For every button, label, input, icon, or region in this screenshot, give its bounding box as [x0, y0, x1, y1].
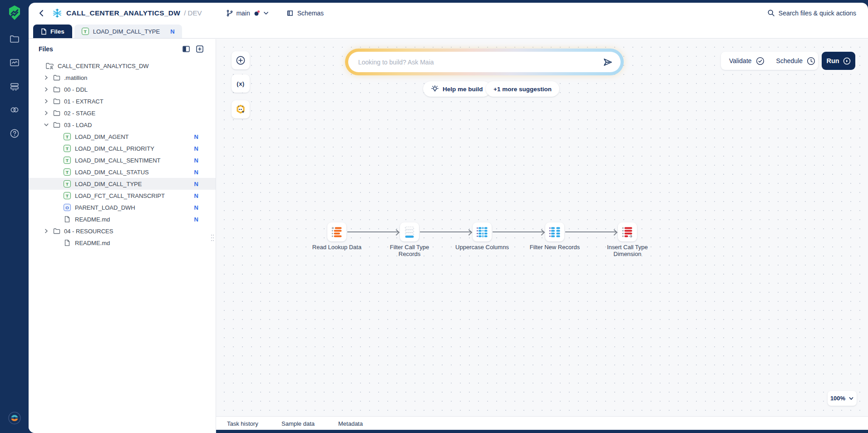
pipeline-node-label: Uppercase Columns — [451, 244, 513, 251]
orchestration-pipeline-icon: O — [64, 204, 71, 211]
new-badge: N — [194, 145, 198, 152]
tab-pipeline[interactable]: T LOAD_DIM_CALL_TYPE N — [74, 25, 182, 38]
schedule-button[interactable]: Schedule — [776, 57, 815, 65]
project-title: CALL_CENTER_ANALYTICS_DW — [66, 9, 180, 17]
zoom-control[interactable]: 100% — [828, 391, 857, 406]
schemas-icon — [286, 10, 294, 17]
file-tree-row[interactable]: README.mdN — [29, 213, 216, 225]
pipeline-node-insert-call-type-dimension[interactable] — [618, 222, 637, 241]
folder-icon — [53, 74, 61, 82]
transformation-pipeline-icon: T — [64, 133, 71, 140]
top-bar: CALL_CENTER_ANALYTICS_DW / DEV main Sche… — [29, 3, 868, 23]
schemas-button[interactable]: Schemas — [286, 10, 324, 17]
file-tree-row[interactable]: TLOAD_DIM_CALL_PRIORITYN — [29, 143, 216, 154]
send-icon[interactable] — [602, 57, 613, 68]
global-search[interactable]: Search files & quick actions — [767, 9, 856, 17]
panel-resize-handle[interactable] — [211, 234, 214, 241]
fixed-flow-icon — [331, 226, 343, 238]
transformation-pipeline-icon: T — [64, 157, 71, 164]
node-connector-arrow — [347, 231, 399, 232]
more-suggestions-button[interactable]: +1 more suggestion — [486, 81, 559, 97]
pipeline-node-filter-new-records[interactable] — [545, 222, 564, 241]
file-tree-row[interactable]: TLOAD_DIM_CALL_TYPEN — [29, 178, 216, 190]
add-file-icon[interactable] — [196, 45, 204, 53]
bottom-tab-bar: Task historySample dataMetadata — [216, 416, 868, 430]
file-tree-row[interactable]: 04 - RESOURCES — [29, 225, 216, 237]
file-tree-row[interactable]: 02 - STAGE — [29, 107, 216, 119]
run-button[interactable]: Run — [822, 52, 855, 70]
chevron-right-icon[interactable] — [44, 110, 49, 116]
tab-bar: Files T LOAD_DIM_CALL_TYPE N — [29, 23, 868, 39]
projects-icon[interactable] — [9, 34, 20, 44]
file-tree-row[interactable]: TLOAD_DIM_AGENTN — [29, 131, 216, 143]
maia-input[interactable] — [358, 59, 602, 66]
bottom-tab-metadata[interactable]: Metadata — [338, 417, 363, 430]
pipeline-node-uppercase-columns[interactable] — [473, 222, 492, 241]
matillion-logo[interactable] — [6, 5, 23, 21]
pipeline-node-label: Read Lookup Data — [306, 244, 368, 251]
maia-button[interactable] — [232, 100, 250, 118]
add-component-button[interactable] — [232, 51, 250, 69]
tab-files[interactable]: Files — [33, 25, 72, 38]
file-tree-row[interactable]: TLOAD_DIM_CALL_STATUSN — [29, 166, 216, 178]
bottom-tab-sample-data[interactable]: Sample data — [281, 417, 315, 430]
new-badge: N — [194, 192, 198, 199]
file-tree-row[interactable]: 00 - DDL — [29, 84, 216, 95]
help-icon[interactable] — [9, 128, 20, 139]
help-me-build-button[interactable]: Help me build — [423, 81, 491, 97]
file-icon — [64, 239, 71, 246]
files-panel-title: Files — [39, 45, 53, 53]
transformation-pipeline-icon: T — [64, 168, 71, 176]
collapse-panel-icon[interactable] — [182, 45, 190, 53]
new-badge: N — [194, 157, 198, 164]
environment-label: / DEV — [184, 9, 202, 17]
account-avatar[interactable] — [8, 411, 21, 425]
tab-pipeline-label: LOAD_DIM_CALL_TYPE — [93, 28, 160, 35]
chevron-down-icon — [848, 396, 854, 401]
folder-icon — [53, 109, 61, 117]
branch-selector[interactable]: main — [226, 10, 269, 17]
file-tree-row[interactable]: CALL_CENTER_ANALYTICS_DW — [29, 60, 216, 72]
new-badge: N — [170, 28, 174, 35]
file-tree: CALL_CENTER_ANALYTICS_DW.matillion00 - D… — [29, 60, 216, 249]
chevron-right-icon[interactable] — [44, 87, 49, 92]
file-tree-row[interactable]: TLOAD_FCT_CALL_TRANSCRIPTN — [29, 190, 216, 202]
folder-icon — [53, 97, 61, 105]
clock-icon — [807, 57, 815, 65]
file-tree-row[interactable]: 03 - LOAD — [29, 119, 216, 131]
file-tree-row[interactable]: OPARENT_LOAD_DWHN — [29, 202, 216, 213]
chevron-right-icon[interactable] — [44, 98, 49, 104]
pipeline-canvas[interactable]: Validate Schedule Run — [216, 39, 868, 416]
chevron-down-icon[interactable] — [44, 122, 49, 128]
files-panel-header: Files — [29, 39, 216, 60]
file-tree-row[interactable]: .matillion — [29, 72, 216, 84]
calculator-icon — [476, 226, 488, 238]
zoom-level: 100% — [830, 395, 845, 402]
file-tree-row[interactable]: README.md — [29, 237, 216, 249]
table-pipeline-icon: T — [82, 28, 89, 35]
insert-table-icon — [621, 226, 633, 238]
git-branch-icon — [226, 10, 233, 17]
bottom-tab-task-history[interactable]: Task history — [227, 417, 258, 430]
project-folder-icon — [45, 61, 54, 71]
observability-icon[interactable] — [9, 57, 20, 68]
content-window: CALL_CENTER_ANALYTICS_DW / DEV main Sche… — [29, 3, 868, 433]
new-badge: N — [194, 169, 198, 176]
variables-button[interactable]: (x) — [232, 74, 250, 93]
back-button[interactable] — [37, 8, 47, 18]
play-circle-icon — [843, 57, 851, 65]
file-tree-row[interactable]: 01 - EXTRACT — [29, 95, 216, 107]
chevron-right-icon[interactable] — [44, 228, 49, 234]
pipeline-node-read-lookup-data[interactable] — [327, 222, 346, 241]
integrations-icon[interactable] — [9, 104, 20, 115]
new-badge: N — [194, 133, 198, 140]
pipeline-workarea: Validate Schedule Run — [216, 39, 868, 433]
chevron-right-icon[interactable] — [44, 75, 49, 80]
branch-status-icon — [254, 10, 260, 16]
validate-button[interactable]: Validate — [729, 57, 764, 65]
data-icon[interactable] — [9, 81, 20, 92]
document-icon — [41, 28, 47, 35]
file-tree-row[interactable]: TLOAD_DIM_CALL_SENTIMENTN — [29, 154, 216, 166]
new-badge: N — [194, 216, 198, 223]
pipeline-node-filter-call-type-records[interactable] — [400, 222, 419, 241]
